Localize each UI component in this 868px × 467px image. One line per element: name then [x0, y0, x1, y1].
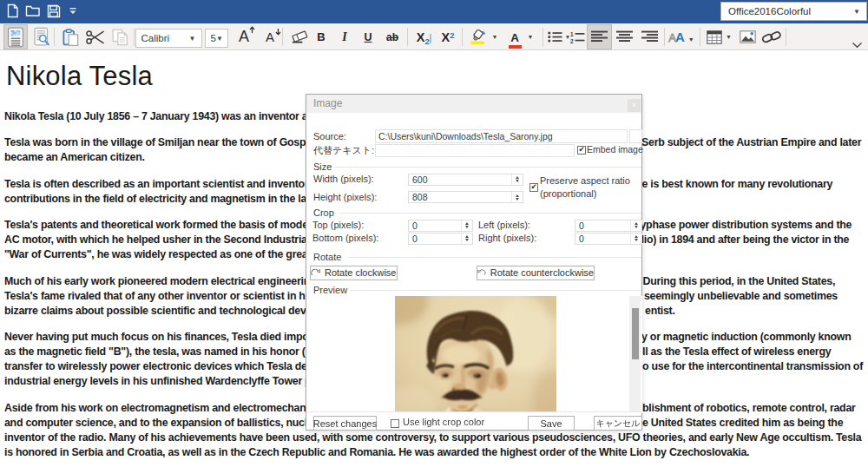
font-color-button[interactable]: A [504, 24, 525, 49]
spin-down-icon[interactable] [635, 226, 638, 228]
spin-up-icon[interactable] [465, 235, 469, 238]
spin-up-icon[interactable] [465, 222, 469, 225]
browse-button[interactable] [629, 129, 642, 143]
crop-left-input[interactable]: 0 [575, 220, 642, 232]
rotate-clockwise-button[interactable]: Rotate clockwise [310, 266, 398, 280]
spin-up-icon[interactable] [635, 222, 638, 225]
spin-up-icon[interactable] [516, 194, 519, 197]
save-document-icon[interactable] [47, 4, 61, 18]
font-color-dropdown[interactable]: ▼ [525, 24, 536, 49]
source-input[interactable]: C:\Users\kuni\Downloads\Tesla_Sarony.jpg [375, 129, 628, 143]
rotate-clockwise-icon [311, 267, 320, 278]
doc-text-segment: Serb subject of the Austrian Empire and … [641, 136, 861, 148]
align-center-button[interactable] [613, 24, 638, 49]
grow-font-button[interactable]: A [231, 24, 257, 49]
spin-up-icon[interactable] [635, 235, 638, 238]
spin-down-icon[interactable] [516, 198, 519, 201]
numbered-list-button[interactable]: 12 [569, 24, 586, 49]
clear-formatting-button[interactable] [289, 24, 311, 49]
spinner-arrows[interactable] [630, 234, 641, 244]
numbered-list-icon: 12 [570, 31, 585, 43]
doc-text-segment: bizarre claims about possible scientific… [4, 305, 312, 317]
copy-button[interactable] [109, 24, 130, 49]
spin-down-icon[interactable] [465, 239, 469, 241]
bullet-list-button[interactable] [546, 24, 563, 49]
subscript-x-label: X [417, 30, 425, 44]
insert-table-button[interactable] [705, 24, 724, 49]
cut-button[interactable] [84, 24, 107, 49]
strikethrough-button[interactable]: ab [382, 24, 403, 49]
align-right-button[interactable] [638, 24, 663, 49]
toolbar-separator [462, 28, 463, 46]
crop-right-input[interactable]: 0 [575, 233, 642, 245]
crop-top-input[interactable]: 0 [408, 220, 473, 232]
spinner-arrows[interactable] [511, 192, 523, 202]
crop-bottom-input[interactable]: 0 [408, 233, 473, 245]
insert-image-button[interactable] [736, 24, 759, 49]
new-document-icon[interactable] [6, 3, 19, 18]
toolbar-collapse-chevron-icon[interactable] [852, 42, 863, 49]
insert-table-dropdown[interactable]: ▼ [724, 24, 733, 49]
save-button[interactable]: Save [528, 416, 575, 431]
align-left-button[interactable] [587, 24, 612, 49]
search-document-button[interactable] [30, 24, 53, 49]
font-size-value: 5 [206, 33, 216, 43]
chevron-down-icon: ▼ [216, 35, 228, 43]
doc-text-segment: inventor of the radio. Many of his achie… [4, 431, 861, 444]
rotate-counterclockwise-button[interactable]: Rotate counterclockwise [477, 266, 595, 280]
dialog-titlebar[interactable]: Image [306, 95, 641, 113]
doc-text-segment: became an American citizen. [4, 151, 145, 163]
spinner-arrows[interactable] [461, 234, 472, 244]
page-view-button[interactable] [3, 24, 28, 49]
highlight-color-button[interactable] [467, 24, 490, 49]
chevron-down-icon: ▼ [189, 35, 201, 43]
embed-image-checkbox[interactable] [577, 146, 586, 155]
font-size-combobox[interactable]: 5▼ [205, 29, 229, 48]
reset-changes-button[interactable]: Reset changes [313, 416, 377, 431]
dialog-close-button[interactable]: × [628, 99, 641, 112]
paste-button[interactable] [60, 24, 81, 49]
crop-bottom-value: 0 [412, 234, 418, 244]
preview-scrollbar[interactable] [629, 296, 641, 413]
shrink-font-button[interactable]: A [258, 24, 282, 49]
toolbar-separator [134, 28, 135, 46]
underline-button[interactable]: U [360, 24, 376, 49]
app-window: Office2016Colorful ▼ Calibri▼ 5▼ A A B I… [0, 0, 868, 467]
insert-link-button[interactable] [760, 24, 783, 49]
preserve-aspect-checkbox[interactable] [529, 183, 538, 192]
quick-access-toolbar [6, 3, 76, 18]
spin-down-icon[interactable] [516, 180, 519, 182]
quick-access-overflow-icon[interactable] [69, 7, 76, 15]
superscript-button[interactable]: X2 [437, 24, 459, 49]
spin-up-icon[interactable] [516, 176, 519, 179]
theme-selector[interactable]: Office2016Colorful ▼ [720, 2, 867, 21]
toolbar-separator [54, 28, 55, 46]
doc-text-segment: industrial energy levels in his unfinish… [4, 375, 342, 387]
bold-button[interactable]: B [313, 24, 329, 49]
bullet-list-icon [548, 31, 562, 43]
spinner-arrows[interactable] [511, 174, 523, 185]
spin-down-icon[interactable] [465, 226, 469, 228]
subscript-button[interactable]: X2 [411, 24, 436, 49]
cancel-button[interactable]: キャンセル [594, 416, 642, 431]
width-input[interactable]: 600 [408, 174, 523, 186]
spin-down-icon[interactable] [635, 239, 638, 241]
crop-bottom-label: Bottom (pixels): [312, 231, 378, 245]
font-name-combobox[interactable]: Calibri▼ [135, 29, 202, 48]
italic-button[interactable]: I [337, 24, 352, 49]
doc-text-segment: yphase power distribution systems and th… [640, 219, 852, 231]
text-style-button[interactable]: AA▼ [667, 24, 695, 49]
preview-scrollbar-thumb[interactable] [632, 308, 639, 359]
alt-text-input[interactable] [375, 144, 575, 158]
highlight-color-dropdown[interactable]: ▼ [490, 24, 500, 49]
spinner-arrows[interactable] [630, 220, 641, 231]
cancel-label: キャンセル [595, 418, 640, 430]
superscript-digit: 2 [450, 30, 454, 40]
insert-image-icon [740, 30, 756, 43]
height-input[interactable]: 808 [408, 191, 523, 203]
grow-font-icon: A [239, 28, 249, 46]
open-document-icon[interactable] [25, 4, 41, 17]
spinner-arrows[interactable] [461, 220, 472, 231]
light-crop-checkbox[interactable] [391, 419, 399, 428]
chevron-down-icon: ▼ [726, 34, 732, 40]
